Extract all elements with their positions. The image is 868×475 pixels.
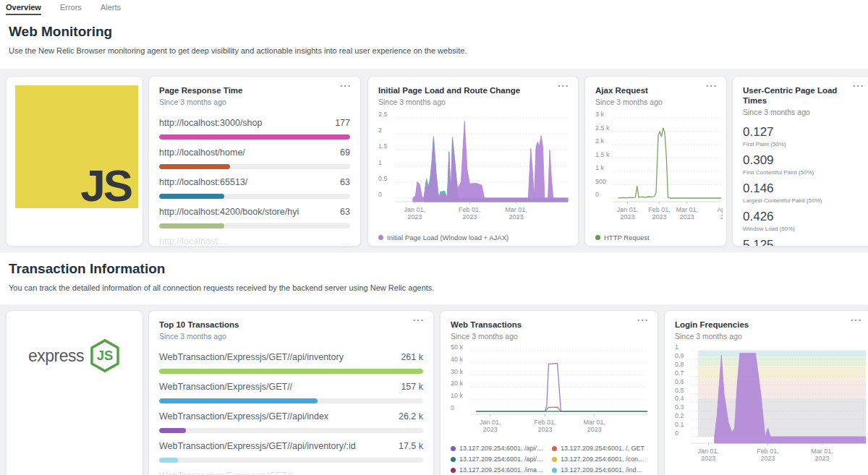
legend-label: Initial Page Load (Window load + AJAX) [387,234,509,241]
tab-overview[interactable]: Overview [6,0,41,15]
bar-fill [159,223,224,228]
y-tick-label: 500 [595,178,606,185]
card-title: Initial Page Load and Route Change [378,85,568,95]
metric-label: First Paint (50%) [743,141,863,147]
legend-item[interactable]: 13.127.209.254:6001, /, GET [552,445,647,452]
series-initial-page-load-window-load-ajax [413,121,568,202]
card-menu-icon[interactable]: ··· [558,81,569,91]
y-tick-label: 10 k [451,392,464,399]
nodejs-hexagon-icon: JS [89,338,121,373]
y-tick-label: 2.5 k [595,124,610,132]
page-response-time-list: http://localhost:3000/shop 177 http://lo… [159,118,350,228]
bar-label: http://localhost:… [159,236,229,247]
y-tick-label: 2 [378,127,382,134]
bar-row: http://localhost:4200/book/store/hyi 63 [159,207,350,228]
hexagon-js-text: JS [97,348,114,363]
legend-item[interactable]: 13.127.209.254:6001, /api/index… [451,455,546,463]
legend-item[interactable]: Initial Page Load (Window load + AJAX) [378,234,509,241]
metric: 0.309 First Contentful Paint (50%) [743,153,863,176]
bar-fill [159,164,230,169]
initial-page-load-card: Initial Page Load and Route Change Since… [367,76,579,247]
card-title: Page Response Time [159,85,350,95]
tab-errors[interactable]: Errors [60,0,82,15]
legend-dot-icon [552,446,557,451]
y-tick-label: 0.6 [675,378,684,385]
card-menu-icon[interactable]: ··· [637,315,649,325]
legend-label: 13.127.209.254:6001, /api/index… [459,455,545,463]
metric-value: 0.309 [743,153,863,168]
y-tick-label: 0.1 [675,421,684,428]
bar-track [159,223,350,228]
card-menu-icon[interactable]: ··· [851,315,862,325]
bar-label: WebTransaction/Expressjs/GET//api/index [159,411,328,422]
bar-row: http://localhost:65513/ 63 [159,177,350,199]
legend-item[interactable]: HTTP Request [595,234,650,241]
card-title: Web Transactions [451,320,647,330]
x-tick-label: 2023 [652,213,666,221]
y-tick-label: 0.4 [675,395,684,402]
bar-label: http://localhost:3000/shop [159,118,262,129]
legend-item[interactable]: 13.127.209.254:6001, /index.js, … [552,466,647,474]
metric-label: Largest Contentful Paint (50%) [743,197,863,204]
metric: 0.426 Window Load (50%) [743,210,863,232]
web-monitoring-section-header: Web Monitoring Use the New Relic Browser… [0,15,868,69]
legend-item[interactable]: 13.127.209.254:6001, /controlpa… [552,455,647,463]
bar-track [159,398,423,403]
bar-label: http://localhost:4200/book/store/hyi [159,207,299,218]
metric: 5.125 First Interaction (50%) [743,238,863,247]
page-response-time-card: Page Response Time Since 3 months ago ··… [148,76,361,247]
y-tick-label: 0.8 [675,361,684,368]
x-tick-label: Feb 01, [459,206,481,213]
tab-alerts[interactable]: Alerts [101,0,121,15]
legend-item[interactable]: 13.127.209.254:6001, /api/inven… [451,445,546,452]
metric-value: 0.426 [743,210,863,224]
x-tick-label: Mar 01, [811,448,833,455]
legend-label: 13.127.209.254:6001, /, GET [561,445,644,452]
x-tick-label: 2023 [701,455,715,462]
legend-label: 13.127.209.254:6001, /index.js, … [561,466,646,474]
card-menu-icon[interactable]: ··· [413,315,425,325]
card-menu-icon[interactable]: ··· [706,81,718,91]
bar-row: http://localhost:3000/shop 177 [159,118,350,140]
x-tick-label: 2023 [760,455,775,462]
bar-fill [159,398,318,403]
dashboard-root: { "tabs":[ {"label":"Overview","active":… [0,0,868,475]
card-menu-icon[interactable]: ··· [340,81,352,91]
metric-value: 0.127 [743,125,863,140]
login-frequencies-chart: 00.10.20.30.40.50.60.70.80.91Jan 01,2023… [675,345,864,468]
bar-label: WebTransaction/Expressjs/GET// [159,382,292,393]
web-transactions-chart: 010 k20 k30 k40 k50 kJan 01,2023Feb 01,2… [451,345,649,436]
metric: 0.146 Largest Contentful Paint (50%) [743,181,863,204]
initial-page-load-chart: 00.511.522.5Jan 01,2023Feb 01,2023Mar 01… [378,111,569,223]
bar-label: WebTransaction/Expressjs/GET//api/invent… [159,352,344,363]
x-tick-label: Feb 01, [757,448,779,455]
express-logo-card: express JS [6,310,143,475]
metric-list: 0.127 First Paint (50%) 0.309 First Cont… [743,125,863,247]
y-tick-label: 0 [451,404,454,411]
apdex-band [698,351,866,356]
javascript-logo-text: JS [80,163,131,208]
bar-track [159,134,350,140]
transaction-information-subtitle: You can track the detailed information o… [9,283,868,292]
legend-item[interactable]: 13.127.209.254:6001, /images/l… [451,466,546,474]
card-subtitle: Since 3 months ago [378,98,568,106]
bar-fill [159,458,178,463]
y-tick-label: 0.2 [675,412,684,419]
legend-label: 13.127.209.254:6001, /api/inven… [459,445,545,452]
login-frequencies-card: Login Frequencies Since 3 months ago ···… [664,310,868,475]
bar-track [159,369,423,374]
card-title: Top 10 Transactions [159,320,423,330]
card-subtitle: Since 3 months ago [675,332,864,341]
bar-row: WebTransaction/Expressjs/GET//api/index … [159,411,423,433]
bar-track [159,428,423,433]
card-menu-icon[interactable]: ··· [853,81,864,91]
x-tick-label: Mar 01, [584,419,606,426]
x-tick-label: Mar 01, [505,206,527,213]
x-tick-label: Feb 01, [648,206,671,213]
initial-page-load-chart: 00.511.522.5Jan 01,2023Feb 01,2023Mar 01… [378,111,568,226]
ajax-request-card: Ajax Request Since 3 months ago ··· 0500… [584,76,727,247]
metric-label: First Contentful Paint (50%) [743,169,863,176]
card-title: Ajax Request [595,85,720,95]
legend-dot-icon [451,468,456,473]
bar-label: http://localhost:65513/ [159,177,247,188]
